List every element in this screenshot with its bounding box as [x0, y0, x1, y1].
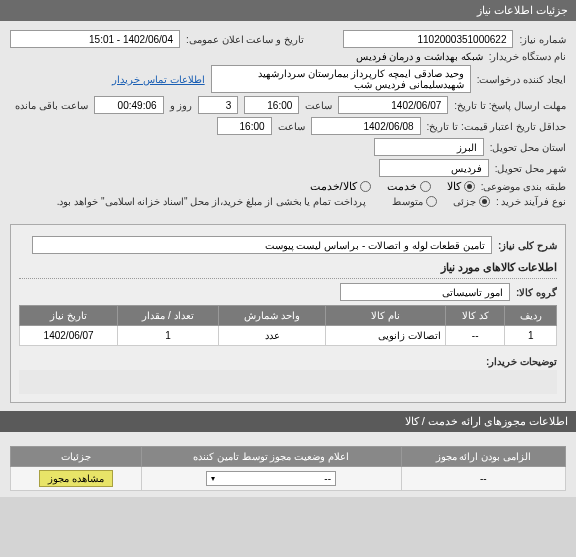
perm-details-cell: مشاهده مجوز — [11, 467, 142, 491]
deadline-remain: 00:49:06 — [94, 96, 164, 114]
perm-col-required: الزامی بودن ارائه مجوز — [401, 447, 566, 467]
goods-table: ردیف کد کالا نام کالا واحد شمارش تعداد /… — [19, 305, 557, 346]
radio-medium[interactable]: متوسط — [392, 196, 437, 207]
contact-link[interactable]: اطلاعات تماس خریدار — [112, 74, 205, 85]
mincredit-hour: 16:00 — [217, 117, 272, 135]
mincredit-hour-label: ساعت — [278, 121, 305, 132]
perm-required: -- — [401, 467, 566, 491]
desc-label: شرح کلی نیاز: — [498, 240, 557, 251]
cell-code: -- — [445, 326, 505, 346]
cell-row: 1 — [505, 326, 557, 346]
city-label: شهر محل تحویل: — [495, 163, 566, 174]
goods-group-value: امور تاسیساتی — [340, 283, 510, 301]
req-no-value: 1102000351000622 — [343, 30, 513, 48]
cell-unit: عدد — [218, 326, 326, 346]
radio-icon — [479, 196, 490, 207]
radio-partial[interactable]: جزئی — [453, 196, 490, 207]
col-name: نام کالا — [326, 306, 445, 326]
deadline-date: 1402/06/07 — [338, 96, 448, 114]
buyer-org-value: شبکه بهداشت و درمان فردیس — [356, 51, 483, 62]
radio-goods[interactable]: کالا — [447, 180, 475, 193]
buytype-note: پرداخت تمام یا بخشی از مبلغ خرید،از محل … — [57, 196, 366, 207]
col-unit: واحد شمارش — [218, 306, 326, 326]
requester-label: ایجاد کننده درخواست: — [477, 74, 566, 85]
subjclass-label: طبقه بندی موضوعی: — [481, 181, 566, 192]
ann-date-label: تاریخ و ساعت اعلان عمومی: — [186, 34, 304, 45]
buyer-notes-label: توضیحات خریدار: — [486, 356, 557, 367]
radio-goods-label: کالا — [447, 180, 461, 193]
perm-table: الزامی بودن ارائه مجوز اعلام وضعیت مجوز … — [10, 446, 566, 491]
perm-col-status: اعلام وضعیت مجوز توسط تامین کننده — [141, 447, 401, 467]
city-value: فردیس — [379, 159, 489, 177]
province-label: استان محل تحویل: — [490, 142, 566, 153]
cell-date: 1402/06/07 — [20, 326, 118, 346]
perm-status-select[interactable]: -- — [206, 471, 336, 486]
mincredit-label: حداقل تاریخ اعتبار قیمت: تا تاریخ: — [427, 121, 566, 132]
view-permit-button[interactable]: مشاهده مجوز — [39, 470, 113, 487]
col-qty: تعداد / مقدار — [118, 306, 218, 326]
cell-name: اتصالات زانویی — [326, 326, 445, 346]
radio-icon — [464, 181, 475, 192]
province-value: البرز — [374, 138, 484, 156]
cell-qty: 1 — [118, 326, 218, 346]
req-no-label: شماره نیاز: — [519, 34, 566, 45]
deadline-days-label: روز و — [170, 100, 193, 111]
col-row: ردیف — [505, 306, 557, 326]
goods-header: اطلاعات کالاهای مورد نیاز — [19, 257, 557, 279]
buytype-label: نوع فرآیند خرید : — [496, 196, 566, 207]
buyer-notes-area — [19, 370, 557, 394]
radio-partial-label: جزئی — [453, 196, 476, 207]
radio-icon — [426, 196, 437, 207]
deadline-days: 3 — [198, 96, 238, 114]
radio-icon — [360, 181, 371, 192]
ann-date-value: 1402/06/04 - 15:01 — [10, 30, 180, 48]
perm-col-details: جزئیات — [11, 447, 142, 467]
goods-group-label: گروه کالا: — [516, 287, 557, 298]
radio-both-label: کالا/خدمت — [310, 180, 357, 193]
desc-value: تامین قطعات لوله و اتصالات - براساس لیست… — [32, 236, 492, 254]
perm-row: -- -- مشاهده مجوز — [11, 467, 566, 491]
radio-service-label: خدمت — [387, 180, 417, 193]
radio-both[interactable]: کالا/خدمت — [310, 180, 371, 193]
deadline-hour-label: ساعت — [305, 100, 332, 111]
table-row: 1 -- اتصالات زانویی عدد 1 1402/06/07 — [20, 326, 557, 346]
col-code: کد کالا — [445, 306, 505, 326]
requester-value: وحید صادقی ایمچه کارپرداز بیمارستان سردا… — [211, 65, 471, 93]
deadline-remain-label: ساعت باقی مانده — [15, 100, 88, 111]
mincredit-date: 1402/06/08 — [311, 117, 421, 135]
radio-icon — [420, 181, 431, 192]
perm-header: اطلاعات مجوزهای ارائه خدمت / کالا — [0, 411, 576, 432]
perm-status-cell: -- — [141, 467, 401, 491]
radio-medium-label: متوسط — [392, 196, 423, 207]
col-date: تاریخ نیاز — [20, 306, 118, 326]
buyer-org-label: نام دستگاه خریدار: — [489, 51, 566, 62]
title-bar: جزئیات اطلاعات نیاز — [0, 0, 576, 21]
radio-service[interactable]: خدمت — [387, 180, 431, 193]
deadline-label: مهلت ارسال پاسخ: تا تاریخ: — [454, 100, 566, 111]
deadline-hour: 16:00 — [244, 96, 299, 114]
